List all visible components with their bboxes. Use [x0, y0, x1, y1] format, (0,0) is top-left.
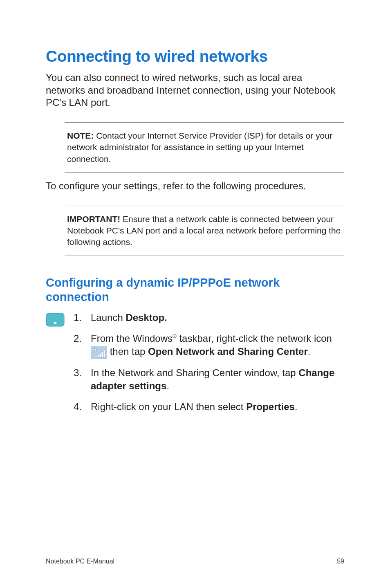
document-page: Connecting to wired networks You can als… — [0, 0, 390, 588]
registered-mark: ® — [173, 333, 177, 339]
svg-rect-1 — [54, 322, 56, 324]
intro-paragraph: You can also connect to wired networks, … — [46, 72, 344, 109]
svg-rect-6 — [101, 352, 103, 357]
step-text: In the Network and Sharing Center window… — [91, 367, 298, 378]
step-text: Right-click on your LAN then select — [91, 401, 246, 412]
note-label: NOTE: — [67, 131, 94, 140]
step-3: 3. In the Network and Sharing Center win… — [73, 366, 344, 393]
steps-row: 1. Launch Desktop. 2. From the Windows® … — [46, 311, 344, 421]
network-icon — [91, 346, 107, 359]
important-callout: IMPORTANT! Ensure that a network cable i… — [65, 206, 344, 256]
properties-bold: Properties — [246, 401, 295, 412]
note-callout: NOTE: Contact your Internet Service Prov… — [65, 122, 344, 173]
footer-page-number: 59 — [337, 558, 344, 565]
step-number: 3. — [73, 366, 82, 393]
step-content: Right-click on your LAN then select Prop… — [91, 400, 344, 413]
touchpad-icon — [46, 313, 65, 327]
configure-line: To configure your settings, refer to the… — [46, 180, 344, 193]
step-1: 1. Launch Desktop. — [73, 311, 344, 324]
section-subtitle: Configuring a dynamic IP/PPPoE network c… — [46, 276, 344, 304]
step-2: 2. From the Windows® taskbar, right-clic… — [73, 332, 344, 359]
step-text: . — [308, 346, 311, 357]
desktop-bold: Desktop. — [126, 312, 167, 323]
note-body: Contact your Internet Service Provider (… — [67, 131, 332, 164]
important-label: IMPORTANT! — [67, 214, 120, 224]
svg-point-3 — [94, 348, 96, 351]
svg-rect-4 — [97, 355, 99, 357]
step-text: . — [295, 401, 298, 412]
step-content: In the Network and Sharing Center window… — [91, 366, 344, 393]
svg-rect-7 — [103, 350, 105, 357]
svg-rect-5 — [99, 353, 101, 357]
step-content: From the Windows® taskbar, right-click t… — [91, 332, 344, 359]
step-4: 4. Right-click on your LAN then select P… — [73, 400, 344, 413]
step-number: 2. — [73, 332, 82, 359]
step-number: 1. — [73, 311, 82, 324]
step-text: taskbar, right-click the network icon — [177, 333, 332, 344]
svg-rect-0 — [46, 313, 64, 326]
step-text: then tap — [107, 346, 148, 357]
step-number: 4. — [73, 400, 82, 413]
page-title: Connecting to wired networks — [46, 47, 344, 66]
step-text: From the Windows — [91, 333, 173, 344]
steps-list: 1. Launch Desktop. 2. From the Windows® … — [73, 311, 344, 421]
step-text: Launch — [91, 312, 126, 323]
footer-left: Notebook PC E-Manual — [46, 558, 114, 565]
step-text: . — [166, 380, 169, 391]
page-footer: Notebook PC E-Manual 59 — [46, 555, 344, 565]
step-content: Launch Desktop. — [91, 311, 344, 324]
open-network-bold: Open Network and Sharing Center — [148, 346, 308, 357]
